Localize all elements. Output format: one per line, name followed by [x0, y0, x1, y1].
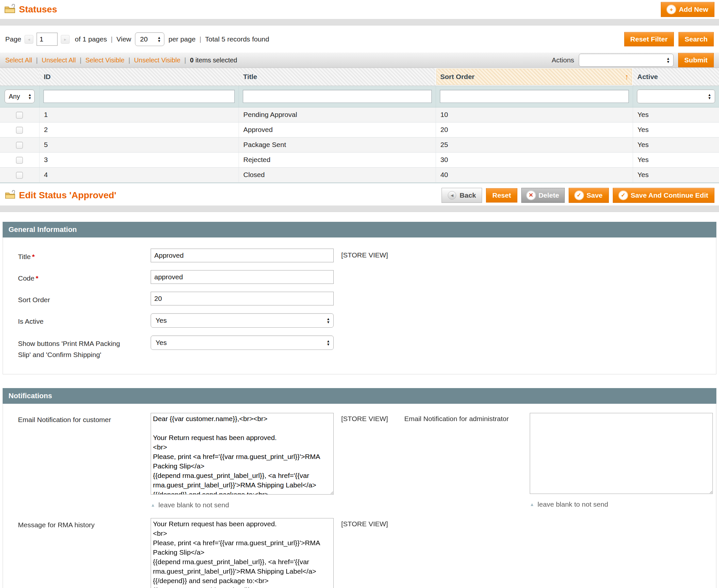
customer-notification-textarea[interactable]: Dear {{var customer.name}},<br><br> Your… [151, 413, 334, 495]
cell-sort: 10 [436, 107, 633, 122]
edit-header: Edit Status 'Approved' ◄ Back Reset ✕ De… [0, 185, 719, 206]
filter-sort-input[interactable] [440, 90, 629, 103]
note-triangle-icon: ▲ [151, 502, 155, 508]
unselect-all-link[interactable]: Unselect All [41, 57, 76, 64]
column-header-active[interactable]: Active [633, 68, 719, 86]
cell-title: Package Sent [239, 137, 436, 152]
back-label: Back [459, 191, 476, 199]
cell-sort: 20 [436, 122, 633, 137]
back-icon: ◄ [448, 191, 456, 200]
required-marker: * [32, 253, 35, 260]
page-input[interactable] [37, 33, 58, 46]
prev-page-button[interactable]: ◂ [24, 35, 33, 44]
cell-title: Approved [239, 122, 436, 137]
separator: | [128, 57, 130, 64]
cell-sort: 40 [436, 167, 633, 182]
column-header-sort-order[interactable]: Sort Order ↑ [436, 68, 633, 86]
customer-notification-label: Email Notification for customer [3, 413, 151, 509]
select-arrows-icon: ▲▼ [28, 93, 32, 100]
cell-id: 2 [39, 122, 239, 137]
search-button[interactable]: Search [678, 32, 714, 46]
filter-title-input[interactable] [243, 90, 432, 103]
show-buttons-value: Yes [156, 339, 167, 346]
filter-id-input[interactable] [43, 90, 235, 103]
row-checkbox[interactable] [16, 172, 23, 179]
add-new-label: Add New [679, 5, 708, 14]
separator: | [36, 57, 38, 64]
select-arrows-icon: ▲▼ [327, 339, 330, 346]
table-row[interactable]: 3 Rejected 30 Yes [0, 152, 719, 167]
table-row[interactable]: 5 Package Sent 25 Yes [0, 137, 719, 152]
reset-button[interactable]: Reset [486, 188, 517, 203]
filter-any-select[interactable]: Any ▲▼ [5, 89, 35, 103]
cell-sort: 30 [436, 152, 633, 167]
cell-active: Yes [633, 152, 719, 167]
separator: | [111, 36, 112, 43]
select-arrows-icon: ▲▼ [708, 93, 712, 100]
cell-sort: 25 [436, 137, 633, 152]
select-visible-link[interactable]: Select Visible [85, 57, 124, 64]
select-arrows-icon: ▲▼ [158, 36, 161, 42]
history-message-label: Message for RMA history [3, 518, 151, 588]
next-page-button[interactable]: ▸ [61, 35, 69, 44]
delete-icon: ✕ [527, 191, 535, 200]
add-new-button[interactable]: + Add New [661, 2, 714, 17]
select-all-link[interactable]: Select All [5, 57, 32, 64]
column-header-checkbox [0, 68, 39, 86]
massaction-bar: Select All | Unselect All | Select Visib… [0, 52, 719, 68]
is-active-value: Yes [156, 317, 167, 324]
cell-id: 3 [39, 152, 239, 167]
row-checkbox[interactable] [16, 142, 23, 149]
page-label: Page [5, 35, 21, 43]
store-view-scope-label: [STORE VIEW] [335, 518, 392, 588]
save-and-continue-button[interactable]: ✓ Save And Continue Edit [613, 188, 714, 203]
code-field[interactable] [151, 270, 334, 284]
required-marker: * [36, 274, 38, 282]
actions-select[interactable]: ▲▼ [579, 54, 674, 67]
unselect-visible-link[interactable]: Unselect Visible [134, 57, 180, 64]
actions-label: Actions [552, 56, 574, 64]
delete-label: Delete [539, 191, 559, 199]
reset-filter-button[interactable]: Reset Filter [624, 32, 674, 46]
cell-active: Yes [633, 107, 719, 122]
sort-order-field[interactable] [151, 292, 334, 306]
cell-title: Closed [239, 167, 436, 182]
filter-active-select[interactable]: ▲▼ [637, 89, 715, 103]
admin-notification-textarea[interactable] [530, 413, 713, 494]
save-continue-check-icon: ✓ [619, 191, 628, 200]
cell-id: 4 [39, 167, 239, 182]
row-checkbox[interactable] [16, 112, 23, 119]
section-header-general-information: General Information [3, 222, 716, 237]
row-checkbox[interactable] [16, 127, 23, 133]
note-triangle-icon: ▲ [530, 502, 534, 507]
table-row[interactable]: 2 Approved 20 Yes [0, 122, 719, 137]
show-buttons-select[interactable]: Yes ▲▼ [151, 335, 334, 350]
cell-title: Rejected [239, 152, 436, 167]
column-header-id[interactable]: ID [39, 68, 239, 86]
delete-button[interactable]: ✕ Delete [521, 188, 565, 203]
plus-circle-icon: + [667, 5, 676, 14]
row-checkbox[interactable] [16, 157, 23, 164]
save-check-icon: ✓ [575, 191, 583, 200]
back-button[interactable]: ◄ Back [441, 188, 482, 203]
history-message-textarea[interactable]: Your Return request has been approved. <… [151, 518, 334, 588]
is-active-select[interactable]: Yes ▲▼ [151, 313, 334, 328]
sort-asc-icon: ↑ [625, 72, 629, 81]
title-field[interactable] [151, 249, 334, 262]
store-view-scope-label: [STORE VIEW] [335, 413, 392, 509]
column-header-title[interactable]: Title [239, 68, 436, 86]
table-row[interactable]: 1 Pending Approval 10 Yes [0, 107, 719, 122]
submit-button[interactable]: Submit [678, 53, 714, 67]
view-label: View [116, 35, 131, 43]
filter-any-value: Any [9, 93, 20, 100]
save-continue-label: Save And Continue Edit [631, 191, 708, 199]
is-active-field-label: Is Active [3, 313, 151, 328]
folder-icon [5, 189, 16, 202]
save-button[interactable]: ✓ Save [569, 188, 609, 203]
table-row[interactable]: 4 Closed 40 Yes [0, 167, 719, 182]
separator: | [80, 57, 81, 64]
general-information-body: Title* [STORE VIEW] Code* Sort Order Is … [3, 237, 716, 374]
cell-id: 5 [39, 137, 239, 152]
per-page-value: 20 [140, 35, 147, 43]
per-page-select[interactable]: 20 ▲▼ [135, 32, 164, 46]
